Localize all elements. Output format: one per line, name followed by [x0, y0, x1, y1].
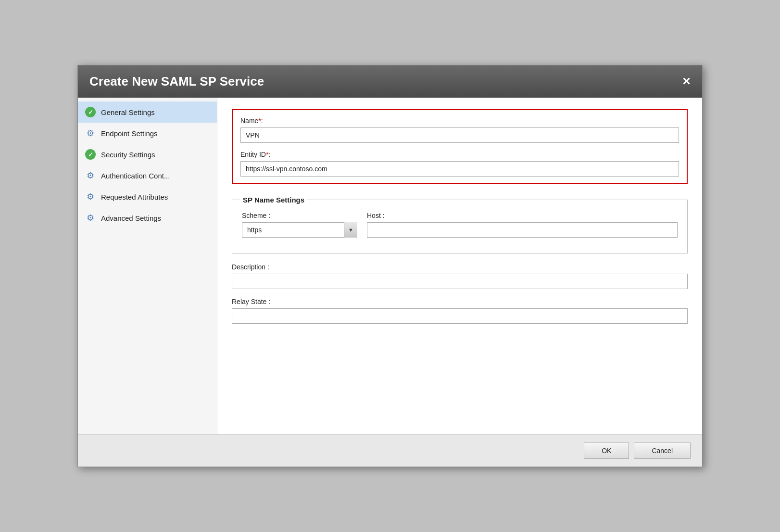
- security-settings-icon: ✓: [85, 149, 96, 160]
- dialog-header: Create New SAML SP Service ✕: [78, 65, 702, 98]
- scheme-select-wrapper: https http ▼: [242, 222, 357, 238]
- host-col: Host :: [367, 212, 678, 238]
- relay-state-label: Relay State :: [232, 298, 688, 305]
- sidebar-item-advanced-settings[interactable]: ⚙ Advanced Settings: [78, 207, 217, 228]
- requested-attributes-icon: ⚙: [85, 191, 96, 203]
- sidebar-label-authentication-cont: Authentication Cont...: [101, 172, 170, 180]
- sidebar-item-authentication-cont[interactable]: ⚙ Authentication Cont...: [78, 165, 217, 186]
- scheme-select[interactable]: https http: [242, 222, 357, 238]
- close-button[interactable]: ✕: [682, 76, 691, 87]
- description-field: Description :: [232, 263, 688, 289]
- host-label: Host :: [367, 212, 678, 219]
- sidebar-item-requested-attributes[interactable]: ⚙ Requested Attributes: [78, 186, 217, 207]
- endpoint-settings-icon: ⚙: [85, 127, 96, 139]
- sidebar-item-endpoint-settings[interactable]: ⚙ Endpoint Settings: [78, 123, 217, 144]
- sidebar: ✓ General Settings ⚙ Endpoint Settings ✓…: [78, 98, 217, 434]
- description-input[interactable]: [232, 274, 688, 289]
- relay-state-input[interactable]: [232, 308, 688, 324]
- highlighted-fields-section: Name*: Entity ID*:: [232, 109, 688, 184]
- scheme-host-row: Scheme : https http ▼ Host :: [242, 212, 678, 238]
- sidebar-item-security-settings[interactable]: ✓ Security Settings: [78, 144, 217, 165]
- entity-id-input[interactable]: [240, 161, 679, 177]
- advanced-settings-icon: ⚙: [85, 212, 96, 224]
- authentication-cont-icon: ⚙: [85, 170, 96, 181]
- general-settings-icon: ✓: [85, 106, 96, 118]
- sidebar-label-requested-attributes: Requested Attributes: [101, 193, 168, 201]
- host-input[interactable]: [367, 222, 678, 238]
- dialog-body: ✓ General Settings ⚙ Endpoint Settings ✓…: [78, 98, 702, 434]
- main-content: Name*: Entity ID*: SP Name Settings Sche…: [217, 98, 702, 434]
- scheme-col: Scheme : https http ▼: [242, 212, 357, 238]
- scheme-label: Scheme :: [242, 212, 357, 219]
- dialog-footer: OK Cancel: [78, 434, 702, 467]
- sidebar-label-general-settings: General Settings: [101, 108, 155, 116]
- sp-name-settings-group: SP Name Settings Scheme : https http ▼: [232, 196, 688, 253]
- description-label: Description :: [232, 263, 688, 271]
- sidebar-item-general-settings[interactable]: ✓ General Settings: [78, 101, 217, 123]
- dialog-title: Create New SAML SP Service: [89, 74, 264, 89]
- relay-state-field: Relay State :: [232, 298, 688, 324]
- sidebar-label-endpoint-settings: Endpoint Settings: [101, 129, 158, 138]
- name-input[interactable]: [240, 127, 679, 143]
- entity-id-field-label: Entity ID*:: [240, 151, 679, 158]
- name-field-label: Name*:: [240, 117, 679, 125]
- sp-name-settings-legend: SP Name Settings: [240, 196, 307, 204]
- sidebar-label-security-settings: Security Settings: [101, 151, 155, 159]
- sidebar-label-advanced-settings: Advanced Settings: [101, 214, 161, 222]
- cancel-button[interactable]: Cancel: [634, 443, 691, 459]
- ok-button[interactable]: OK: [584, 443, 629, 459]
- create-saml-dialog: Create New SAML SP Service ✕ ✓ General S…: [77, 65, 703, 467]
